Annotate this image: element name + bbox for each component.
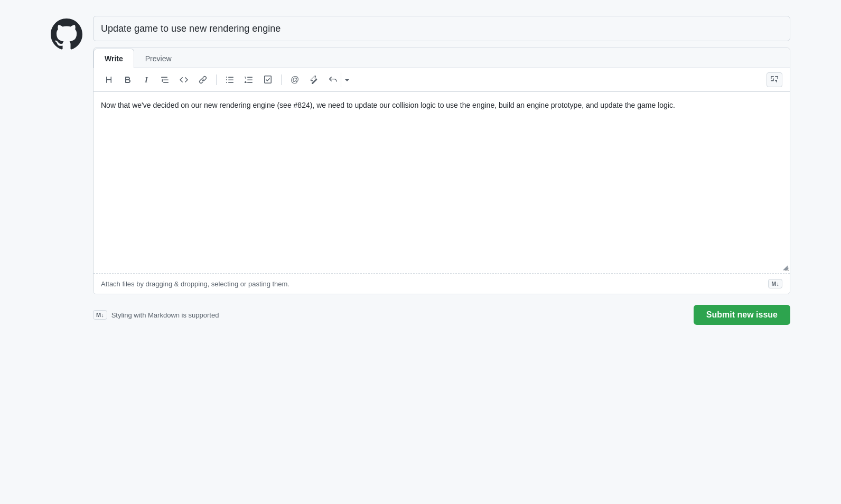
textarea-wrapper: Now that we've decided on our new render… [94, 92, 790, 273]
footer: M↓ Styling with Markdown is supported Su… [93, 301, 790, 329]
undo-button-group [325, 72, 353, 87]
attach-area[interactable]: Attach files by dragging & dropping, sel… [94, 273, 790, 294]
editor-container: Write Preview I [93, 48, 790, 294]
tabs: Write Preview [94, 48, 790, 68]
code-button[interactable] [176, 72, 192, 87]
main-content: Write Preview I [93, 16, 790, 329]
markdown-support: M↓ Styling with Markdown is supported [93, 310, 219, 320]
link-button[interactable] [195, 72, 211, 87]
toolbar: I [94, 68, 790, 92]
markdown-badge: M↓ [768, 279, 782, 288]
reference-button[interactable] [306, 72, 322, 87]
toolbar-separator-1 [216, 74, 217, 85]
ordered-list-button[interactable] [241, 72, 257, 87]
unordered-list-button[interactable] [222, 72, 238, 87]
tab-write[interactable]: Write [94, 49, 134, 68]
bold-button[interactable] [120, 72, 136, 87]
undo-button[interactable] [325, 72, 341, 87]
heading-button[interactable] [101, 72, 117, 87]
quote-button[interactable] [157, 72, 173, 87]
resize-indicator: ◢ [783, 264, 788, 271]
body-textarea[interactable]: Now that we've decided on our new render… [94, 92, 790, 272]
markdown-support-text: Styling with Markdown is supported [111, 311, 219, 319]
submit-button[interactable]: Submit new issue [694, 305, 790, 325]
title-input[interactable] [93, 16, 790, 41]
fullscreen-button[interactable] [767, 72, 782, 87]
italic-button[interactable]: I [139, 72, 154, 87]
github-logo [51, 18, 82, 50]
attach-text: Attach files by dragging & dropping, sel… [101, 280, 289, 288]
markdown-support-icon: M↓ [93, 310, 107, 320]
mention-button[interactable]: @ [287, 72, 303, 87]
task-list-button[interactable] [260, 72, 276, 87]
tab-preview[interactable]: Preview [134, 49, 183, 68]
undo-dropdown-button[interactable] [341, 72, 353, 87]
toolbar-separator-2 [281, 74, 282, 85]
